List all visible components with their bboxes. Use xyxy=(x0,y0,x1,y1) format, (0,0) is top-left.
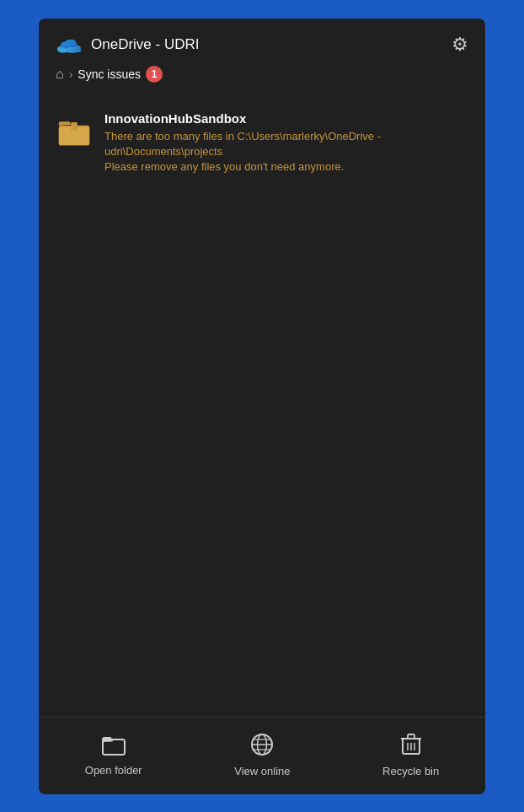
recycle-bin-icon xyxy=(400,733,422,760)
view-online-label: View online xyxy=(234,765,290,777)
open-folder-label: Open folder xyxy=(85,764,142,777)
sync-issues-list: InnovationHubSandbox There are too many … xyxy=(39,96,485,717)
sync-issues-badge: 1 xyxy=(146,66,163,83)
svg-rect-7 xyxy=(59,126,89,145)
list-item[interactable]: InnovationHubSandbox There are too many … xyxy=(56,103,468,184)
settings-icon[interactable]: ⚙ xyxy=(452,34,468,56)
onedrive-window: OneDrive - UDRI ⚙ ⌂ › Sync issues 1 xyxy=(39,19,485,794)
title-row: OneDrive - UDRI ⚙ xyxy=(56,34,468,56)
svg-rect-5 xyxy=(63,44,77,47)
view-online-icon xyxy=(250,733,274,760)
footer: Open folder View online xyxy=(39,717,485,794)
app-title: OneDrive - UDRI xyxy=(91,36,199,53)
sync-item-description: There are too many files in C:\Users\mar… xyxy=(104,129,468,175)
sync-item-info: InnovationHubSandbox There are too many … xyxy=(104,111,468,175)
breadcrumb-label: Sync issues xyxy=(78,67,141,81)
onedrive-icon xyxy=(56,35,83,54)
home-icon[interactable]: ⌂ xyxy=(56,67,64,82)
recycle-bin-button[interactable]: Recycle bin xyxy=(369,729,452,781)
recycle-bin-label: Recycle bin xyxy=(382,765,439,777)
header: OneDrive - UDRI ⚙ ⌂ › Sync issues 1 xyxy=(39,19,485,96)
svg-rect-2 xyxy=(60,48,81,51)
breadcrumb-separator: › xyxy=(69,67,73,81)
folder-icon-wrapper xyxy=(56,113,93,150)
open-folder-button[interactable]: Open folder xyxy=(72,730,156,780)
title-left: OneDrive - UDRI xyxy=(56,35,199,54)
sync-item-title: InnovationHubSandbox xyxy=(104,111,468,126)
folder-warning-icon xyxy=(57,115,91,148)
open-folder-icon xyxy=(102,734,126,759)
breadcrumb: ⌂ › Sync issues 1 xyxy=(56,66,468,83)
svg-rect-17 xyxy=(408,734,414,739)
view-online-button[interactable]: View online xyxy=(221,729,303,781)
